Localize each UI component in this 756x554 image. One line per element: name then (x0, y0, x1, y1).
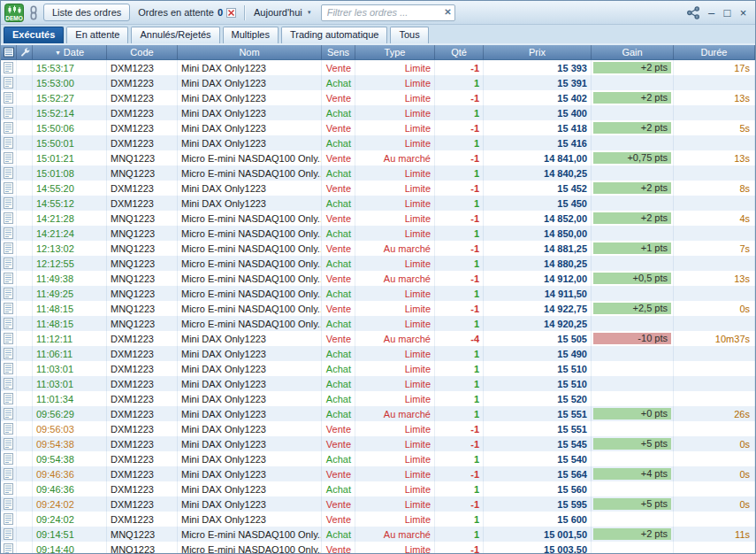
order-note-icon[interactable] (1, 241, 17, 256)
column-header-nom[interactable]: Nom (178, 45, 322, 59)
column-header-type[interactable]: Type (355, 45, 435, 59)
table-row[interactable]: 09:46:36DXM1223Mini DAX Only1223VenteLim… (1, 466, 755, 481)
table-row[interactable]: 15:53:00DXM1223Mini DAX Only1223AchatLim… (1, 75, 755, 90)
order-note-icon[interactable] (1, 211, 17, 226)
order-note-icon[interactable] (1, 150, 17, 165)
order-qty: -1 (435, 90, 484, 105)
close-button[interactable]: × (737, 6, 750, 19)
tab-multiples[interactable]: Multiples (223, 27, 279, 43)
table-row[interactable]: 09:56:03DXM1223Mini DAX Only1223VenteLim… (1, 421, 755, 436)
table-row[interactable]: 14:21:24MNQ1223Micro E-mini NASDAQ100 On… (1, 226, 755, 241)
order-note-icon[interactable] (1, 436, 17, 451)
order-note-icon[interactable] (1, 301, 17, 316)
order-note-icon[interactable] (1, 256, 17, 271)
order-note-icon[interactable] (1, 466, 17, 481)
tab-annules-rejetes[interactable]: Annulés/Rejetés (131, 27, 219, 43)
table-row[interactable]: 09:54:38DXM1223Mini DAX Only1223AchatLim… (1, 451, 755, 466)
cancel-pending-orders-icon[interactable] (226, 8, 236, 18)
table-row[interactable]: 12:13:02MNQ1223Micro E-mini NASDAQ100 On… (1, 241, 755, 256)
order-note-icon[interactable] (1, 286, 17, 301)
table-row[interactable]: 11:12:11DXM1223Mini DAX Only1223VenteAu … (1, 331, 755, 346)
table-row[interactable]: 14:55:20DXM1223Mini DAX Only1223VenteLim… (1, 181, 755, 196)
table-row[interactable]: 09:14:40MNQ1223Micro E-mini NASDAQ100 On… (1, 542, 755, 553)
table-row[interactable]: 09:24:02DXM1223Mini DAX Only1223VenteLim… (1, 512, 755, 527)
table-row[interactable]: 15:01:08MNQ1223Micro E-mini NASDAQ100 On… (1, 165, 755, 181)
table-row[interactable]: 12:12:55MNQ1223Micro E-mini NASDAQ100 On… (1, 256, 755, 271)
column-header-prix[interactable]: Prix (484, 45, 592, 59)
table-row[interactable]: 15:52:14DXM1223Mini DAX Only1223AchatLim… (1, 105, 755, 120)
table-row[interactable]: 15:01:21MNQ1223Micro E-mini NASDAQ100 On… (1, 150, 755, 165)
table-row[interactable]: 09:14:51MNQ1223Micro E-mini NASDAQ100 On… (1, 527, 755, 542)
minimize-button[interactable]: – (705, 6, 718, 19)
table-row[interactable]: 11:48:15MNQ1223Micro E-mini NASDAQ100 On… (1, 301, 755, 316)
link-windows-icon[interactable] (28, 5, 39, 20)
table-row[interactable]: 11:01:34DXM1223Mini DAX Only1223AchatLim… (1, 391, 755, 406)
order-note-icon[interactable] (1, 181, 17, 196)
order-note-icon[interactable] (1, 165, 17, 181)
table-row[interactable]: 14:55:12DXM1223Mini DAX Only1223AchatLim… (1, 196, 755, 211)
pending-orders-group[interactable]: Ordres en attente 0 (134, 7, 240, 18)
filter-orders-input[interactable] (321, 4, 455, 21)
column-header-code[interactable]: Code (107, 45, 178, 59)
tab-trading-automatique[interactable]: Trading automatique (281, 27, 388, 43)
order-note-icon[interactable] (1, 75, 17, 90)
column-settings-wrench-icon[interactable] (17, 45, 33, 59)
table-row[interactable]: 09:54:38DXM1223Mini DAX Only1223VenteLim… (1, 436, 755, 451)
order-note-icon[interactable] (1, 481, 17, 496)
tab-executes[interactable]: Exécutés (4, 27, 64, 43)
order-note-icon[interactable] (1, 421, 17, 436)
sort-desc-icon: ▼ (55, 50, 61, 56)
order-note-icon[interactable] (1, 496, 17, 512)
table-row[interactable]: 11:06:11DXM1223Mini DAX Only1223AchatLim… (1, 346, 755, 361)
order-note-icon[interactable] (1, 451, 17, 466)
table-row[interactable]: 15:50:01DXM1223Mini DAX Only1223AchatLim… (1, 135, 755, 150)
order-note-icon[interactable] (1, 406, 17, 421)
table-row[interactable]: 09:24:02DXM1223Mini DAX Only1223VenteLim… (1, 496, 755, 512)
order-note-icon[interactable] (1, 120, 17, 135)
order-price: 15 402 (484, 90, 592, 105)
tab-tous[interactable]: Tous (390, 27, 428, 43)
order-note-icon[interactable] (1, 271, 17, 286)
table-row[interactable]: 11:48:15MNQ1223Micro E-mini NASDAQ100 On… (1, 316, 755, 331)
order-note-icon[interactable] (1, 196, 17, 211)
table-row[interactable]: 11:03:01DXM1223Mini DAX Only1223AchatLim… (1, 376, 755, 391)
order-price: 14 841,00 (484, 150, 592, 165)
table-row[interactable]: 11:49:25MNQ1223Micro E-mini NASDAQ100 On… (1, 286, 755, 301)
order-note-icon[interactable] (1, 60, 17, 75)
period-dropdown[interactable]: Aujourd'hui ▼ (249, 7, 317, 18)
order-note-icon[interactable] (1, 90, 17, 105)
table-row[interactable]: 09:46:36DXM1223Mini DAX Only1223AchatLim… (1, 481, 755, 496)
table-row[interactable]: 15:53:17DXM1223Mini DAX Only1223VenteLim… (1, 60, 755, 75)
column-header-date[interactable]: ▼Date (33, 45, 107, 59)
orders-list-button[interactable]: Liste des ordres (43, 4, 130, 21)
order-note-icon[interactable] (1, 361, 17, 376)
window-controls: – □ × (705, 6, 750, 19)
order-note-icon[interactable] (1, 105, 17, 120)
order-note-icon[interactable] (1, 331, 17, 346)
column-header-qte[interactable]: Qté (435, 45, 484, 59)
tab-en-attente[interactable]: En attente (66, 27, 128, 43)
table-row[interactable]: 14:21:28MNQ1223Micro E-mini NASDAQ100 On… (1, 211, 755, 226)
order-qty: -1 (435, 542, 484, 553)
column-header-gain[interactable]: Gain (592, 45, 674, 59)
clear-filter-icon[interactable]: ✕ (444, 7, 451, 17)
order-note-icon[interactable] (1, 391, 17, 406)
order-note-icon[interactable] (1, 316, 17, 331)
column-header-duree[interactable]: Durée (674, 45, 755, 59)
table-row[interactable]: 15:52:27DXM1223Mini DAX Only1223VenteLim… (1, 90, 755, 105)
order-note-icon[interactable] (1, 135, 17, 150)
order-note-icon[interactable] (1, 542, 17, 553)
column-header-sens[interactable]: Sens (322, 45, 355, 59)
table-row[interactable]: 15:50:06DXM1223Mini DAX Only1223VenteLim… (1, 120, 755, 135)
orders-grid-icon[interactable] (1, 45, 17, 59)
table-row[interactable]: 09:56:29DXM1223Mini DAX Only1223AchatAu … (1, 406, 755, 421)
order-note-icon[interactable] (1, 376, 17, 391)
table-row[interactable]: 11:03:01DXM1223Mini DAX Only1223AchatLim… (1, 361, 755, 376)
order-note-icon[interactable] (1, 346, 17, 361)
order-note-icon[interactable] (1, 512, 17, 527)
table-row[interactable]: 11:49:38MNQ1223Micro E-mini NASDAQ100 On… (1, 271, 755, 286)
share-icon[interactable] (686, 6, 700, 19)
order-note-icon[interactable] (1, 527, 17, 542)
order-note-icon[interactable] (1, 226, 17, 241)
maximize-button[interactable]: □ (721, 6, 734, 19)
